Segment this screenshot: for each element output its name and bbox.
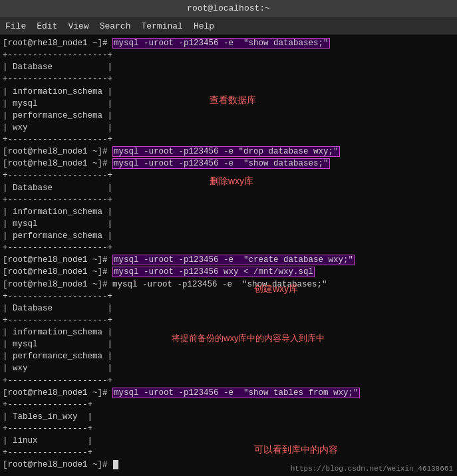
terminal-body: [root@rhel8_node1 ~]# mysql -uroot -p123… bbox=[0, 35, 457, 476]
table-line: +--------------------+ bbox=[3, 375, 454, 387]
table-line: | Database | bbox=[3, 302, 454, 314]
prompt: [root@rhel8_node1 ~]# bbox=[3, 460, 112, 469]
menu-search[interactable]: Search bbox=[100, 21, 131, 31]
table-line: +----------------+ bbox=[3, 399, 454, 411]
terminal-line: [root@rhel8_node1 ~]# mysql -uroot -p123… bbox=[3, 158, 454, 170]
table-line: | performance_schema | bbox=[3, 230, 454, 242]
table-line: +----------------+ bbox=[3, 447, 454, 459]
terminal-line: [root@rhel8_node1 ~]# mysql -uroot -p123… bbox=[3, 266, 454, 278]
menu-help[interactable]: Help bbox=[194, 21, 214, 31]
table-line: +--------------------+ bbox=[3, 194, 454, 206]
annotation-view-db: 查看数据库 bbox=[210, 93, 256, 106]
cursor bbox=[113, 460, 118, 469]
table-line: | wxy | bbox=[3, 362, 454, 374]
table-line: | performance_schema | bbox=[3, 110, 454, 122]
annotation-import-db: 将提前备份的wxy库中的内容导入到库中 bbox=[172, 332, 325, 345]
prompt: [root@rhel8_node1 ~]# bbox=[3, 39, 112, 48]
table-line: +--------------------+ bbox=[3, 73, 454, 85]
table-line: | wxy | bbox=[3, 122, 454, 134]
terminal-line: [root@rhel8_node1 ~]# mysql -uroot -p123… bbox=[3, 254, 454, 266]
terminal-line: [root@rhel8_node1 ~]# mysql -uroot -p123… bbox=[3, 279, 454, 291]
table-line: +--------------------+ bbox=[3, 49, 454, 61]
table-line: +--------------------+ bbox=[3, 242, 454, 254]
prompt: [root@rhel8_node1 ~]# bbox=[3, 147, 112, 156]
table-line: | performance_schema | bbox=[3, 350, 454, 362]
table-line: +--------------------+ bbox=[3, 291, 454, 302]
prompt: [root@rhel8_node1 ~]# bbox=[3, 388, 112, 398]
cmd-highlight: mysql -uroot -p123456 -e "drop database … bbox=[112, 146, 340, 157]
footer-url: https://blog.csdn.net/weixin_46138661 bbox=[291, 464, 453, 475]
cmd-highlight: mysql -uroot -p123456 -e "create databas… bbox=[112, 255, 355, 265]
menu-view[interactable]: View bbox=[68, 21, 88, 31]
menu-edit[interactable]: Edit bbox=[37, 21, 57, 31]
table-line: | Tables_in_wxy | bbox=[3, 411, 454, 423]
table-line: +----------------+ bbox=[3, 423, 454, 435]
title-bar: root@localhost:~ bbox=[0, 0, 457, 17]
cmd-highlight: mysql -uroot -p123456 wxy < /mnt/wxy.sql bbox=[112, 267, 315, 277]
annotation-drop-db: 删除wxy库 bbox=[210, 174, 253, 187]
terminal-line: [root@rhel8_node1 ~]# mysql -uroot -p123… bbox=[3, 387, 454, 399]
prompt: [root@rhel8_node1 ~]# bbox=[3, 255, 112, 265]
terminal-line: [root@rhel8_node1 ~]# mysql -uroot -p123… bbox=[3, 37, 454, 49]
prompt: [root@rhel8_node1 ~]# bbox=[3, 280, 112, 289]
annotation-create-db: 创建wxy库 bbox=[254, 282, 298, 295]
annotation-see-content: 可以看到库中的内容 bbox=[254, 443, 338, 456]
table-line: | linux | bbox=[3, 435, 454, 447]
table-line: +--------------------+ bbox=[3, 134, 454, 146]
cmd-highlight: mysql -uroot -p123456 -e "show databases… bbox=[112, 38, 330, 49]
prompt: [root@rhel8_node1 ~]# bbox=[3, 267, 112, 277]
menu-bar: File Edit View Search Terminal Help bbox=[0, 17, 457, 35]
table-line: +--------------------+ bbox=[3, 314, 454, 326]
cmd-highlight: mysql -uroot -p123456 -e "show databases… bbox=[112, 158, 330, 169]
table-line: | Database | bbox=[3, 61, 454, 73]
prompt: [root@rhel8_node1 ~]# bbox=[3, 159, 112, 168]
menu-file[interactable]: File bbox=[5, 21, 26, 31]
cmd-highlight: mysql -uroot -p123456 -e "show tables fr… bbox=[112, 388, 360, 398]
terminal-line: [root@rhel8_node1 ~]# mysql -uroot -p123… bbox=[3, 146, 454, 158]
table-line: | mysql | bbox=[3, 218, 454, 230]
table-line: | information_schema | bbox=[3, 206, 454, 218]
menu-terminal[interactable]: Terminal bbox=[141, 21, 182, 31]
